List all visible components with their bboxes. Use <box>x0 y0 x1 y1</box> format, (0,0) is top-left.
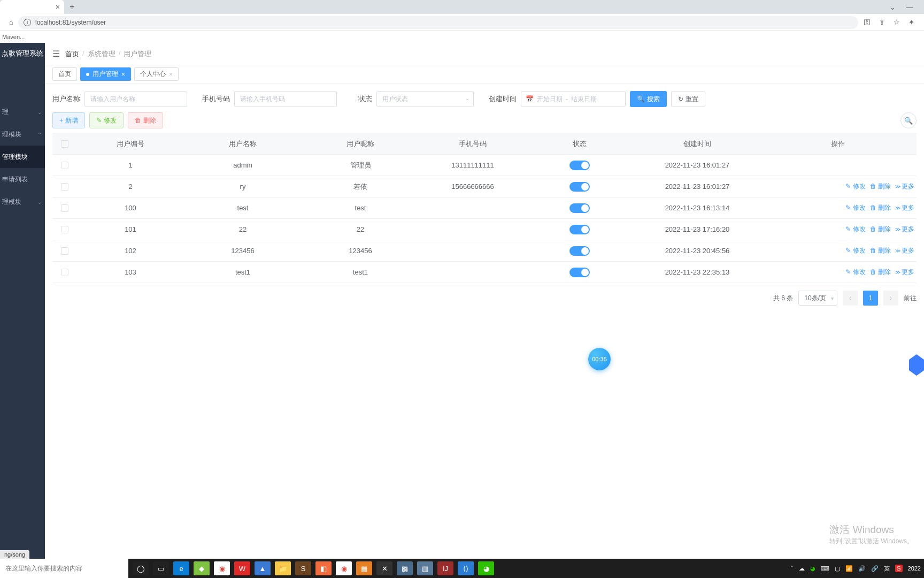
crumb-item[interactable]: 用户管理 <box>124 49 151 59</box>
edge-icon[interactable]: e <box>173 561 189 575</box>
link-icon[interactable]: 🔗 <box>871 565 879 572</box>
sidebar-item[interactable]: 管理模块 <box>0 146 45 168</box>
row-edit-link[interactable]: ✎ 修改 <box>845 182 865 191</box>
row-delete-link[interactable]: 🗑 删除 <box>870 225 891 234</box>
chrome-icon[interactable]: ◉ <box>336 561 352 575</box>
battery-icon[interactable]: ▢ <box>835 565 840 572</box>
tools-icon[interactable]: ✕ <box>376 561 392 575</box>
clock[interactable]: 2022 <box>908 565 921 572</box>
ime-lang[interactable]: 英 <box>884 565 890 573</box>
new-tab-button[interactable]: + <box>70 2 74 12</box>
page-number[interactable]: 1 <box>863 291 878 306</box>
status-toggle[interactable] <box>569 268 590 277</box>
crumb-item[interactable]: 系统管理 <box>88 49 116 59</box>
row-edit-link[interactable]: ✎ 修改 <box>845 246 865 255</box>
sidebar-item[interactable]: 申请列表 <box>0 168 45 191</box>
bookmark-item[interactable]: Maven... <box>2 34 25 40</box>
windows-search-box[interactable]: 在这里输入你要搜索的内容 <box>0 559 128 578</box>
explorer-icon[interactable]: 📁 <box>275 561 291 575</box>
wechat-tray-icon[interactable]: ◕ <box>810 565 815 572</box>
browser-tab[interactable]: × <box>0 0 64 14</box>
reset-button[interactable]: ↻ 重置 <box>671 91 705 107</box>
view-tab[interactable]: 个人中心× <box>134 67 179 81</box>
row-checkbox[interactable] <box>61 247 68 255</box>
volume-icon[interactable]: 🔊 <box>858 565 866 572</box>
username-input[interactable] <box>84 91 187 107</box>
edit-button[interactable]: ✎ 修改 <box>89 112 124 128</box>
prev-page-button[interactable]: ‹ <box>843 291 858 306</box>
row-edit-link[interactable]: ✎ 修改 <box>845 203 865 212</box>
tray-chevron-icon[interactable]: ˄ <box>790 565 794 572</box>
home-icon[interactable]: ⌂ <box>4 18 18 26</box>
app-icon[interactable]: ▩ <box>397 561 413 575</box>
app-icon[interactable]: ▦ <box>356 561 372 575</box>
close-icon[interactable]: × <box>56 3 60 11</box>
wifi-icon[interactable]: 📶 <box>845 565 853 572</box>
row-edit-link[interactable]: ✎ 修改 <box>845 268 865 277</box>
info-icon[interactable]: i <box>24 19 31 26</box>
row-more-link[interactable]: 更多 <box>895 268 914 277</box>
sidebar-item[interactable]: 理模块⌃ <box>0 123 45 146</box>
sublime-icon[interactable]: S <box>295 561 311 575</box>
recorder-badge[interactable]: 00:35 <box>588 348 611 370</box>
minimize-icon[interactable]: — <box>906 3 913 11</box>
row-more-link[interactable]: 更多 <box>895 246 914 255</box>
phone-input[interactable] <box>234 91 337 107</box>
row-checkbox[interactable] <box>61 162 68 169</box>
menu-collapse-icon[interactable]: ☰ <box>52 49 60 59</box>
search-toggle-button[interactable]: 🔍 <box>900 112 917 128</box>
status-toggle[interactable] <box>569 161 590 170</box>
task-view-icon[interactable]: ▭ <box>153 561 169 575</box>
key-icon[interactable]: ⚿ <box>864 18 871 26</box>
cloud-icon[interactable]: ☁ <box>799 565 805 572</box>
cortana-icon[interactable]: ◯ <box>133 561 149 575</box>
close-icon[interactable]: × <box>121 71 125 78</box>
row-delete-link[interactable]: 🗑 删除 <box>870 246 891 255</box>
status-toggle[interactable] <box>569 225 590 234</box>
status-toggle[interactable] <box>569 246 590 256</box>
chevron-down-icon[interactable]: ⌄ <box>890 3 896 11</box>
status-select[interactable] <box>376 91 474 107</box>
close-icon[interactable]: × <box>169 71 173 78</box>
row-checkbox[interactable] <box>61 269 68 276</box>
view-tab[interactable]: 首页 <box>52 67 77 81</box>
url-field[interactable]: i localhost:81/system/user <box>18 16 858 29</box>
share-icon[interactable]: ⇪ <box>879 18 885 26</box>
view-tab[interactable]: 用户管理× <box>80 67 131 81</box>
ime-icon[interactable]: S <box>895 565 902 572</box>
app-icon[interactable]: ▲ <box>255 561 271 575</box>
delete-button[interactable]: 🗑 删除 <box>128 112 163 128</box>
extension-icon[interactable]: ✦ <box>908 18 914 26</box>
row-more-link[interactable]: 更多 <box>895 182 914 191</box>
row-delete-link[interactable]: 🗑 删除 <box>870 182 891 191</box>
intellij-icon[interactable]: IJ <box>437 561 453 575</box>
star-icon[interactable]: ☆ <box>894 18 900 26</box>
crumb-home[interactable]: 首页 <box>65 49 79 59</box>
wechat-icon[interactable]: ◕ <box>478 561 494 575</box>
sidebar-item[interactable]: 理⌄ <box>0 101 45 123</box>
chrome-icon[interactable]: ◉ <box>214 561 230 575</box>
sidebar-item[interactable]: 理模块⌄ <box>0 191 45 213</box>
app-icon[interactable]: ◧ <box>315 561 332 575</box>
date-range-picker[interactable]: 📅 开始日期 - 结束日期 <box>521 91 626 107</box>
app-icon[interactable]: ◆ <box>194 561 210 575</box>
system-tray[interactable]: ˄ ☁ ◕ ⌨ ▢ 📶 🔊 🔗 英 S 2022 <box>790 565 924 573</box>
add-button[interactable]: + 新增 <box>52 112 85 128</box>
row-checkbox[interactable] <box>61 226 68 233</box>
row-checkbox[interactable] <box>61 204 68 212</box>
page-size-select[interactable]: 10条/页 <box>798 291 837 306</box>
row-delete-link[interactable]: 🗑 删除 <box>870 268 891 277</box>
status-toggle[interactable] <box>569 203 590 213</box>
row-more-link[interactable]: 更多 <box>895 225 914 234</box>
keyboard-icon[interactable]: ⌨ <box>821 565 829 572</box>
select-all-checkbox[interactable] <box>61 140 68 148</box>
wps-icon[interactable]: W <box>234 561 250 575</box>
next-page-button[interactable]: › <box>883 291 898 306</box>
row-more-link[interactable]: 更多 <box>895 203 914 212</box>
row-checkbox[interactable] <box>61 183 68 191</box>
status-toggle[interactable] <box>569 182 590 192</box>
vscode-icon[interactable]: ⟨⟩ <box>458 561 474 575</box>
search-button[interactable]: 🔍 搜索 <box>630 91 667 107</box>
app-icon[interactable]: ▥ <box>417 561 433 575</box>
row-delete-link[interactable]: 🗑 删除 <box>870 203 891 212</box>
